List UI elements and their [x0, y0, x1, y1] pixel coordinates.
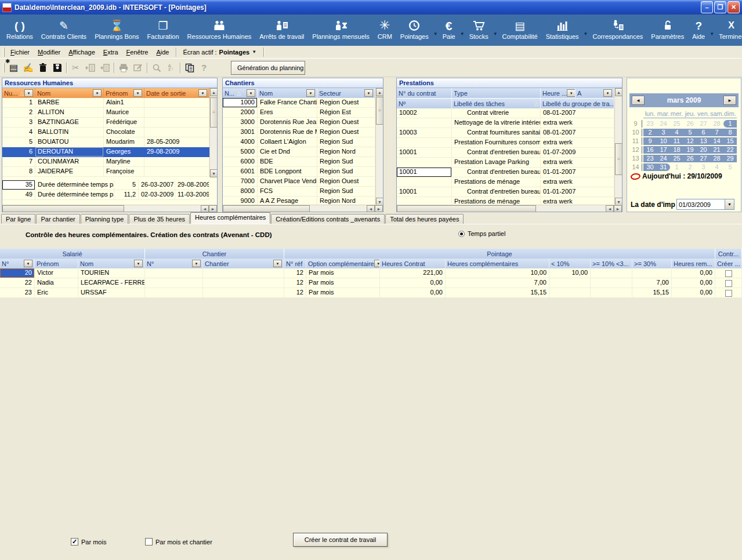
- col-prenom[interactable]: Prénom: [35, 259, 78, 268]
- col-10-30[interactable]: >= 10% <3...: [591, 259, 632, 268]
- print-date-combobox[interactable]: 01/03/2009 ▼: [676, 199, 734, 210]
- menu-item[interactable]: Extra: [99, 48, 122, 57]
- chantier-row[interactable]: 5000 Cie et Dnd Region Nord: [223, 147, 375, 157]
- calendar-day[interactable]: 14: [710, 137, 723, 145]
- scroll-thumb[interactable]: [223, 205, 310, 212]
- calendar-day[interactable]: 2: [683, 163, 697, 171]
- toolbar-pointages[interactable]: Pointages: [396, 17, 433, 41]
- prestations-col-heure[interactable]: Heure ...▼: [541, 88, 575, 98]
- print-button[interactable]: [116, 61, 131, 75]
- col-num[interactable]: N°▼: [0, 259, 35, 268]
- calendar-day[interactable]: 9: [629, 120, 642, 128]
- prestations-hscrollbar[interactable]: ◄►: [397, 205, 622, 212]
- chantiers-col-nom[interactable]: Nom▼: [258, 88, 317, 98]
- calendar-day[interactable]: 29: [723, 155, 737, 162]
- calendar-day[interactable]: 25: [670, 120, 683, 128]
- col-nom[interactable]: Nom▼: [78, 259, 145, 268]
- calendar-prev-button[interactable]: ◄: [632, 96, 645, 105]
- toolbar-grip[interactable]: [3, 63, 5, 72]
- calendar-day[interactable]: 27: [697, 155, 710, 162]
- toolbar-statistiques[interactable]: Statistiques: [542, 17, 583, 41]
- prestation-row[interactable]: Prestation Lavage Parking extra werk: [397, 158, 614, 168]
- tab[interactable]: Total des heures payées: [385, 214, 464, 224]
- table-row[interactable]: 23 Eric URSSAF 12 Par mois 0,00 15,15 15…: [0, 288, 742, 298]
- prestation-row[interactable]: 10002 Contrat vitrerie 08-01-2007: [397, 108, 614, 118]
- rh-row[interactable]: 2 ALLITON Maurice: [2, 108, 209, 118]
- chantier-row[interactable]: 8000 FCS Region Sud: [223, 187, 375, 197]
- prestations-col-contrat[interactable]: N° du contrat: [397, 88, 452, 98]
- chevron-down-icon[interactable]: ▼: [252, 49, 256, 54]
- calendar-day[interactable]: 19: [683, 146, 697, 154]
- filter-dropdown-button[interactable]: ▼: [134, 260, 143, 267]
- par-mois-chantier-checkbox[interactable]: Par mois et chantier: [145, 538, 212, 546]
- cut-button[interactable]: ✂: [68, 61, 83, 75]
- sort-az-button[interactable]: AZ↓: [164, 61, 178, 75]
- rh-col-date-sortie[interactable]: Date de sortie▼: [144, 88, 209, 98]
- rh-vscrollbar[interactable]: ▲ ≡ ▼: [209, 88, 217, 177]
- toolbar-ressources-humaines[interactable]: Ressources Humaines: [183, 17, 256, 41]
- calendar-day[interactable]: 24: [657, 120, 670, 128]
- toolbar-paie[interactable]: € Paie: [439, 17, 459, 41]
- calendar-day[interactable]: 27: [697, 120, 710, 128]
- prestation-row[interactable]: 10003 Contrat fournitures sanitaires 08-…: [397, 128, 614, 138]
- prestation-row[interactable]: Prestation Fournitures consomma extra we…: [397, 138, 614, 148]
- prestations-col-libelle-taches[interactable]: Libellé des tâches△: [452, 99, 541, 108]
- new-record-button[interactable]: ▤✱: [6, 61, 21, 75]
- rh-row[interactable]: 5 BOUATOU Moudarim 28-05-2009: [2, 137, 209, 147]
- rh-contract-row[interactable]: 35 Durée déterminée temps partie 5 26-03…: [2, 180, 217, 190]
- calendar-day[interactable]: 28: [710, 120, 723, 128]
- calendar-day[interactable]: 16: [643, 146, 657, 154]
- prestations-vscrollbar[interactable]: ▲ ≡ ▼: [614, 88, 622, 206]
- toolbar-dropdown-arrow[interactable]: ▼: [459, 31, 465, 37]
- prestation-row[interactable]: 10001 Contrat d'entretien bureaux 01-01-…: [397, 168, 614, 177]
- par-mois-checkbox[interactable]: ✓ Par mois: [71, 538, 106, 546]
- col-lt10[interactable]: < 10%: [549, 259, 591, 268]
- filter-dropdown-button[interactable]: ▼: [133, 89, 142, 97]
- calendar-day[interactable]: 17: [657, 146, 670, 154]
- scroll-down-button[interactable]: ▼: [210, 169, 218, 177]
- calendar-day[interactable]: 15: [723, 137, 737, 145]
- rh-row[interactable]: 7 COLINMAYAR Maryline: [2, 157, 209, 167]
- filter-dropdown-button[interactable]: ▼: [24, 260, 32, 267]
- prestations-col-no[interactable]: Nº: [397, 99, 452, 108]
- scroll-right-button[interactable]: ►: [209, 205, 217, 212]
- calendar-day[interactable]: 3: [657, 129, 670, 136]
- toolbar-facturation[interactable]: ❐ Facturation: [143, 17, 183, 41]
- chantier-row[interactable]: 3000 Dorotennis Rue Jear Region Ouest: [223, 118, 375, 128]
- tab[interactable]: Heures complémentaires: [190, 212, 270, 224]
- table-row[interactable]: 20 Victor TOURIEN 12 Par mois 221,00 10,…: [0, 268, 742, 278]
- chantier-row[interactable]: 6001 BDE Longpont Region Sud: [223, 167, 375, 177]
- calendar-day[interactable]: 6: [697, 129, 710, 136]
- calendar-day[interactable]: 8: [723, 129, 737, 136]
- calendar-day[interactable]: 1: [723, 120, 737, 128]
- filter-dropdown-button[interactable]: ▼: [24, 89, 33, 97]
- toolbar-plannings-mensuels[interactable]: Plannings mensuels: [308, 17, 373, 41]
- calendar-day[interactable]: 13: [697, 137, 710, 145]
- rh-hscrollbar[interactable]: ◄►: [2, 205, 217, 212]
- calendar-day[interactable]: 20: [697, 146, 710, 154]
- duplicate-button[interactable]: [182, 61, 197, 75]
- delete-button[interactable]: [35, 61, 50, 75]
- scroll-thumb[interactable]: ≡: [210, 97, 218, 128]
- toolbar-parametres[interactable]: Paramètres: [647, 17, 688, 41]
- calendar-next-button[interactable]: ►: [723, 96, 736, 105]
- scroll-left-button[interactable]: ◄: [201, 205, 209, 212]
- col-ref[interactable]: N° réf: [284, 259, 306, 268]
- create-contract-checkbox[interactable]: [725, 270, 732, 277]
- prestations-col-a[interactable]: A▼: [575, 88, 614, 98]
- calendar-day[interactable]: 12: [629, 146, 642, 154]
- calendar-day[interactable]: 4: [670, 129, 683, 136]
- create-contract-button[interactable]: Créer le contrat de travail: [293, 533, 388, 547]
- toolbar-comptabilite[interactable]: ▤ Comptabilité: [498, 17, 542, 41]
- calendar-day[interactable]: 10: [657, 137, 670, 145]
- scroll-left-button[interactable]: ◄: [606, 205, 614, 212]
- scroll-up-button[interactable]: ▲: [210, 88, 218, 96]
- chantier-row[interactable]: 4000 Collaert L'Aiglon Region Sud: [223, 137, 375, 147]
- tab[interactable]: Plus de 35 heures: [129, 214, 190, 224]
- create-contract-checkbox[interactable]: [725, 280, 732, 287]
- menu-item[interactable]: Aide: [152, 48, 173, 57]
- rh-col-num[interactable]: Nu...△▼: [2, 88, 35, 98]
- col-chantier-num[interactable]: N°▼: [145, 259, 203, 268]
- col-heures-comp[interactable]: Heures complémentaires: [446, 259, 549, 268]
- calendar-day[interactable]: 2: [643, 129, 657, 136]
